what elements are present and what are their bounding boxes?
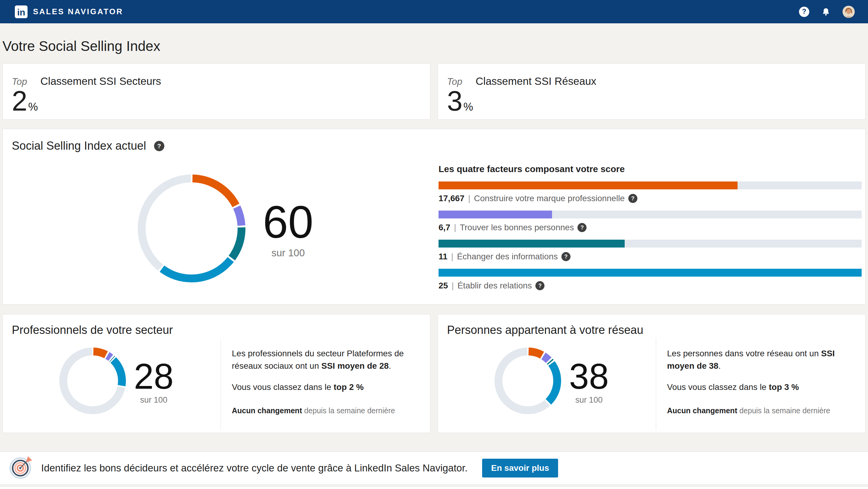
rank-cards-row: Top Classement SSI Secteurs 2 % Top Clas…: [2, 63, 866, 120]
ssi-donut-block: 60 sur 100: [12, 155, 438, 291]
navbar-actions: ?: [799, 6, 855, 18]
industry-rank-title: Classement SSI Secteurs: [40, 75, 161, 87]
factor-value: 17,667: [438, 194, 465, 203]
factor-separator: |: [451, 252, 453, 261]
factor-value: 6,7: [438, 223, 451, 232]
ssi-score-denominator: sur 100: [263, 247, 314, 259]
industry-change-note: Aucun changement depuis la semaine derni…: [232, 405, 425, 416]
help-badge-icon[interactable]: ?: [154, 141, 164, 151]
current-ssi-card: Social Selling Index actuel ? 60 sur 100…: [2, 129, 866, 305]
factor-bar-fill: [438, 210, 552, 219]
network-score-denominator: sur 100: [569, 395, 609, 405]
network-change-note: Aucun changement depuis la semaine derni…: [667, 405, 861, 416]
ssi-score: 60 sur 100: [263, 199, 314, 259]
top-navbar: in SALES NAVIGATOR ?: [0, 0, 868, 23]
industry-rank-text: Vous vous classez dans le top 2 %: [232, 381, 425, 394]
brand-title: SALES NAVIGATOR: [33, 7, 123, 17]
factor-bar-track: [438, 181, 862, 189]
industry-score: 28 sur 100: [134, 358, 174, 405]
industry-summary: Les professionnels du secteur Plateforme…: [221, 339, 430, 430]
factor-bar-track: [438, 210, 862, 219]
network-rank-value: 3 %: [447, 88, 853, 114]
network-rank-title: Classement SSI Réseaux: [476, 75, 596, 87]
factor-name: Établir des relations: [457, 281, 532, 291]
factor-bar-track: [438, 269, 862, 277]
factor-row: 11 | Échanger des informations ?: [438, 240, 862, 261]
help-badge-icon[interactable]: ?: [535, 281, 545, 290]
rank-percent-sign: %: [463, 100, 473, 113]
bell-icon[interactable]: [821, 7, 831, 17]
ssi-donut-chart: [137, 174, 246, 284]
learn-more-button[interactable]: En savoir plus: [482, 459, 558, 478]
industry-score-number: 28: [134, 358, 174, 394]
factor-separator: |: [468, 194, 470, 203]
industry-rank-value: 2 %: [12, 88, 418, 114]
network-score-number: 38: [569, 358, 609, 394]
factor-label: 25 | Établir des relations ?: [438, 281, 862, 291]
promo-text: Identifiez les bons décideurs et accélér…: [41, 462, 468, 474]
industry-donut-block: 28 sur 100: [12, 339, 221, 430]
network-compare-card: Personnes appartenant à votre réseau 38 …: [438, 314, 866, 433]
rank-percent-sign: %: [28, 100, 38, 113]
factor-value: 25: [438, 281, 448, 291]
help-badge-icon[interactable]: ?: [628, 194, 638, 203]
ssi-score-number: 60: [263, 199, 314, 245]
industry-average-text: Les professionnels du secteur Plateforme…: [232, 347, 425, 372]
factor-row: 25 | Établir des relations ?: [438, 269, 862, 291]
linkedin-logo[interactable]: in: [15, 5, 28, 18]
factors-bars: 17,667 | Construire votre marque profess…: [438, 181, 862, 291]
factor-separator: |: [452, 281, 454, 291]
industry-compare-card: Professionnels de votre secteur 28 sur 1…: [2, 314, 430, 433]
network-score: 38 sur 100: [569, 358, 609, 405]
factor-value: 11: [438, 252, 447, 261]
network-donut-block: 38 sur 100: [447, 339, 656, 430]
page-title: Votre Social Selling Index: [2, 38, 866, 54]
factor-name: Trouver les bonnes personnes: [460, 223, 574, 232]
help-badge-icon[interactable]: ?: [578, 223, 587, 232]
network-compare-title: Personnes appartenant à votre réseau: [447, 323, 865, 337]
factor-bar-fill: [438, 269, 862, 277]
network-rank-card: Top Classement SSI Réseaux 3 %: [438, 63, 866, 120]
industry-score-denominator: sur 100: [134, 395, 174, 405]
comparison-cards-row: Professionnels de votre secteur 28 sur 1…: [2, 314, 866, 433]
factor-label: 6,7 | Trouver les bonnes personnes ?: [438, 223, 862, 232]
avatar[interactable]: [843, 6, 855, 18]
current-ssi-title: Social Selling Index actuel: [12, 139, 146, 152]
industry-donut-chart: [59, 347, 126, 416]
network-average-text: Les personnes dans votre réseau ont un S…: [667, 347, 861, 372]
factor-separator: |: [454, 223, 456, 232]
help-badge-icon[interactable]: ?: [561, 252, 570, 261]
network-rank-text: Vous vous classez dans le top 3 %: [667, 381, 861, 394]
factor-label: 11 | Échanger des informations ?: [438, 252, 862, 261]
network-summary: Les personnes dans votre réseau ont un S…: [656, 339, 865, 430]
rank-percent-number: 2: [12, 88, 27, 114]
rank-percent-number: 3: [447, 88, 462, 114]
factors-title: Les quatre facteurs composant votre scor…: [438, 164, 862, 174]
factor-name: Échanger des informations: [457, 252, 558, 261]
industry-rank-card: Top Classement SSI Secteurs 2 %: [2, 63, 430, 120]
industry-compare-title: Professionnels de votre secteur: [12, 323, 430, 337]
target-icon: [9, 456, 33, 481]
factor-row: 6,7 | Trouver les bonnes personnes ?: [438, 210, 862, 232]
factor-bar-track: [438, 240, 862, 248]
factor-label: 17,667 | Construire votre marque profess…: [438, 194, 862, 203]
help-icon[interactable]: ?: [799, 7, 809, 17]
factor-bar-fill: [438, 240, 625, 248]
network-donut-chart: [494, 347, 562, 416]
ssi-factors-block: Les quatre facteurs composant votre scor…: [438, 155, 865, 291]
ssi-page: Votre Social Selling Index Top Classemen…: [0, 38, 868, 433]
next-section-edge: [0, 487, 868, 489]
factor-name: Construire votre marque professionnelle: [474, 194, 625, 203]
factor-bar-fill: [438, 181, 738, 189]
factor-row: 17,667 | Construire votre marque profess…: [438, 181, 862, 203]
promo-banner: Identifiez les bons décideurs et accélér…: [0, 452, 868, 485]
